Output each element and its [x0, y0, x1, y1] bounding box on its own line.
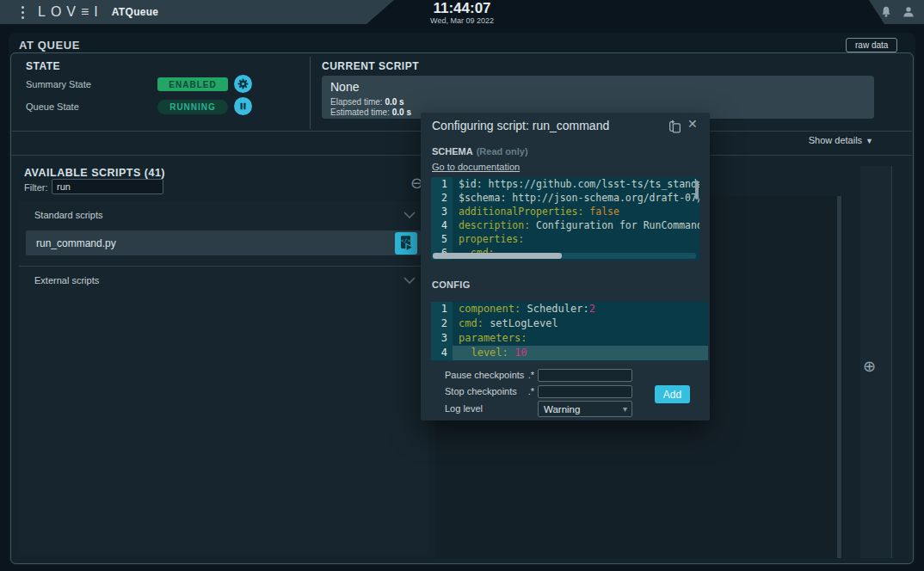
code-line: 3parameters: [431, 331, 708, 346]
config-code-lines: 1component: Scheduler:22cmd: setLogLevel… [431, 302, 708, 360]
raw-data-button[interactable]: raw data [846, 38, 897, 52]
code-text: $schema: http://json-schema.org/draft-07… [453, 191, 699, 205]
chevron-down-icon: ▾ [623, 404, 631, 414]
line-number: 3 [431, 205, 453, 218]
pause-checkpoints-label: Pause checkpoints [445, 370, 524, 380]
code-text: component: Scheduler:2 [453, 302, 595, 316]
code-line: 4description: Configuration for RunComma… [431, 218, 699, 232]
script-name: run_command.py [26, 237, 116, 249]
gear-icon [237, 77, 249, 90]
topbar-left: LOV≡I ATQueue [0, 0, 394, 24]
pause-checkpoints-regex: .* [522, 370, 534, 380]
summary-state-label: Summary State [26, 79, 91, 89]
code-line: 1component: Scheduler:2 [431, 302, 708, 316]
code-line: 2cmd: setLogLevel [431, 316, 708, 331]
copy-icon [668, 120, 682, 134]
modal-title: Configuring script: run_command [432, 119, 609, 132]
script-group: Standard scriptsrun_command.py</> [19, 201, 428, 255]
stop-checkpoints-label: Stop checkpoints [445, 386, 517, 396]
schema-code-lines: 1$id: https://github.com/lsst-ts/ts_stan… [431, 177, 699, 260]
scrollbar-track[interactable] [837, 196, 841, 558]
view-name: ATQueue [112, 6, 159, 18]
current-script-name: None [330, 80, 359, 94]
line-number: 5 [431, 232, 453, 246]
script-group: External scripts [19, 266, 428, 294]
line-number: 4 [431, 346, 453, 360]
line-number: 3 [431, 331, 453, 346]
script-group-label: Standard scripts [34, 210, 102, 220]
menu-icon[interactable] [14, 6, 31, 19]
config-code-editor[interactable]: 1component: Scheduler:22cmd: setLogLevel… [431, 302, 708, 361]
pause-icon [237, 100, 249, 113]
page-title: AT QUEUE [19, 39, 80, 52]
line-number: 2 [431, 191, 453, 205]
notifications-bell-icon[interactable] [879, 5, 893, 19]
code-line: 1$id: https://github.com/lsst-ts/ts_stan… [431, 177, 699, 191]
code-line: 2$schema: http://json-schema.org/draft-0… [431, 191, 699, 205]
code-line: 3additionalProperties: false [431, 205, 699, 218]
topbar-right [860, 0, 924, 24]
pause-checkpoints-input[interactable] [538, 369, 632, 382]
current-script-title: CURRENT SCRIPT [322, 60, 419, 72]
line-number: 1 [431, 302, 453, 316]
line-number: 2 [431, 316, 453, 331]
schema-heading: SCHEMA(Read only) [432, 146, 528, 157]
schema-code-editor[interactable]: 1$id: https://github.com/lsst-ts/ts_stan… [431, 177, 699, 261]
triangle-down-icon: ▼ [865, 137, 873, 145]
add-button[interactable]: Add [655, 385, 690, 403]
code-text: parameters: [453, 331, 527, 346]
code-line: 4 level: 10 [431, 346, 708, 360]
line-number: 4 [431, 218, 453, 232]
script-group-label: External scripts [34, 275, 99, 286]
show-details-label: Show details [809, 135, 862, 145]
log-level-label: Log level [445, 403, 483, 414]
elapsed-time: Elapsed time: 0.0 s [330, 97, 404, 107]
code-text: properties: [453, 232, 524, 246]
code-line: 5properties: [431, 232, 699, 246]
code-text: $id: https://github.com/lsst-ts/ts_stand… [453, 177, 699, 191]
love-logo: LOV≡I [38, 4, 103, 20]
stop-checkpoints-input[interactable] [538, 385, 632, 398]
filter-label: Filter: [24, 182, 48, 193]
log-level-select[interactable]: Warning ▾ [538, 401, 632, 417]
available-scripts-title: AVAILABLE SCRIPTS (41) [24, 167, 165, 179]
code-text: level: 10 [453, 346, 708, 360]
state-divider [310, 57, 311, 129]
expand-panel-icon[interactable]: ⊕ [863, 357, 876, 376]
log-level-value: Warning [539, 404, 623, 414]
user-icon[interactable] [902, 5, 915, 19]
script-row[interactable]: run_command.py</> [26, 230, 421, 255]
filter-input[interactable] [52, 179, 163, 194]
schema-horizontal-scrollbar[interactable] [433, 253, 696, 259]
chevron-down-icon [403, 212, 416, 218]
summary-state-settings-button[interactable] [234, 75, 252, 93]
code-text: description: Configuration for RunComman… [453, 218, 699, 232]
queue-state-label: Queue State [26, 101, 79, 112]
copy-config-button[interactable] [667, 120, 682, 135]
config-heading: CONFIG [432, 279, 471, 290]
state-title: STATE [26, 60, 60, 72]
documentation-link[interactable]: Go to documentation [432, 162, 520, 172]
app-root: LOV≡I ATQueue 11:44:07 Wed, Mar 09 2022 … [0, 0, 924, 571]
launch-script-icon: </> [396, 233, 416, 254]
script-group-header[interactable]: External scripts [19, 267, 428, 294]
script-group-header[interactable]: Standard scripts [19, 201, 428, 229]
code-text: cmd: setLogLevel [453, 316, 558, 331]
close-icon[interactable]: ✕ [687, 117, 698, 131]
code-text: additionalProperties: false [453, 205, 619, 218]
queue-state-badge: RUNNING [157, 100, 228, 114]
scripts-panel: Standard scriptsrun_command.py</>Externa… [19, 201, 428, 555]
scripts-list: Standard scriptsrun_command.py</>Externa… [19, 201, 428, 294]
launch-script-button[interactable]: </> [395, 232, 417, 255]
estimated-time: Estimated time: 0.0 s [330, 107, 411, 117]
read-only-note: (Read only) [477, 146, 528, 157]
chevron-down-icon [403, 277, 416, 284]
collapsed-column: ⊕ [860, 166, 892, 558]
show-details-toggle[interactable]: Show details▼ [809, 135, 873, 145]
schema-vertical-scrollbar[interactable] [695, 181, 699, 200]
line-number: 1 [431, 177, 453, 191]
scrollbar-thumb[interactable] [433, 253, 562, 259]
summary-state-badge: ENABLED [157, 77, 228, 91]
configure-script-modal: Configuring script: run_command ✕ SCHEMA… [421, 113, 710, 421]
pause-queue-button[interactable] [234, 97, 252, 115]
